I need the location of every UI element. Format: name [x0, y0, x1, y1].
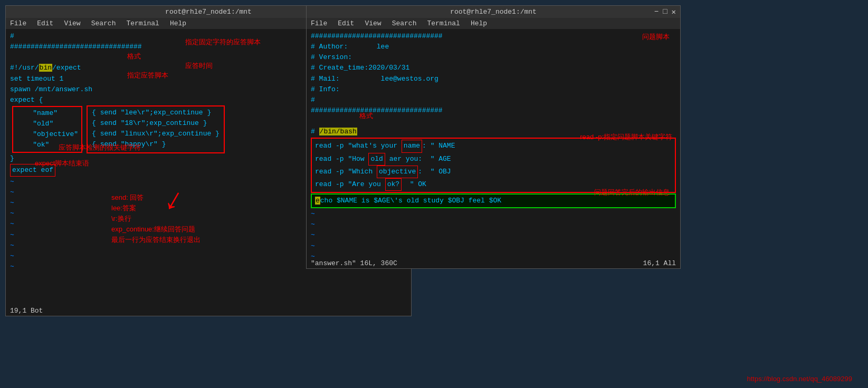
close-button[interactable]: ✕ [672, 7, 676, 16]
annotation-answer-script: 指定应答脚本 [127, 70, 168, 81]
left-terminal-title: root@rhle7_node1:/mnt [165, 8, 252, 16]
right-status-bar: "answer.sh" 16L, 360C 16,1 All [307, 258, 680, 268]
right-terminal-title: root@rhle7_node1:/mnt [450, 8, 537, 16]
right-status-right: 16,1 All [643, 259, 676, 267]
right-terminal-titlebar: root@rhle7_node1:/mnt − □ ✕ [307, 6, 680, 18]
menu-terminal[interactable]: Terminal [126, 20, 159, 27]
annotation-end: expect脚本结束语 [35, 158, 89, 169]
annotation-last: 最后一行为应答结束换行退出 [111, 235, 201, 245]
annotation-format-right: 格式 [359, 111, 373, 121]
right-menu-search[interactable]: Search [392, 20, 417, 27]
right-terminal-menubar: File Edit View Search Terminal Help [307, 18, 680, 29]
menu-view[interactable]: View [64, 20, 80, 27]
annotation-send: send: 回答 [111, 192, 144, 203]
annotation-problem-script: 问题脚本 [642, 32, 670, 42]
annotation-response-time: 应答时间 [185, 61, 213, 71]
minimize-button[interactable]: − [654, 7, 659, 16]
right-menu-edit[interactable]: Edit [338, 20, 354, 27]
annotation-lee: lee:答案 [111, 203, 136, 214]
right-menu-file[interactable]: File [311, 20, 327, 27]
menu-search[interactable]: Search [91, 20, 116, 27]
menu-help[interactable]: Help [170, 20, 186, 27]
menu-file[interactable]: File [10, 20, 26, 27]
annotation-format-left: 格式 [127, 51, 141, 62]
right-status-left: "answer.sh" 16L, 360C [311, 259, 397, 267]
left-status-bar: 19,1 Bot [6, 306, 411, 316]
annotation-read-label: read -p:指定问题脚本关键字符 [580, 132, 672, 142]
window-controls: − □ ✕ [654, 7, 676, 16]
read-box: read -p "what's your name: " NAME read -… [311, 138, 676, 193]
right-menu-view[interactable]: View [365, 20, 381, 27]
annotation-output-label: 问题回答完后的输出信息 [594, 187, 670, 198]
annotation-exp: exp_continue:继续回答问题 [111, 224, 195, 235]
right-menu-help[interactable]: Help [471, 20, 487, 27]
left-status-text: 19,1 Bot [10, 307, 43, 315]
annotation-keyword: 应答脚本检测的很关键字符 [59, 142, 141, 153]
right-terminal-content: ################################ # Autho… [307, 29, 680, 258]
maximize-button[interactable]: □ [663, 7, 667, 16]
right-terminal: root@rhle7_node1:/mnt − □ ✕ File Edit Vi… [306, 5, 681, 269]
annotation-script: 指定固定字符的应答脚本 [185, 37, 261, 47]
bottom-url: https://blog.csdn.net/qq_46089299 [747, 375, 853, 383]
annotation-r: \r:换行 [111, 214, 131, 224]
right-menu-terminal[interactable]: Terminal [427, 20, 460, 27]
menu-edit[interactable]: Edit [37, 20, 53, 27]
